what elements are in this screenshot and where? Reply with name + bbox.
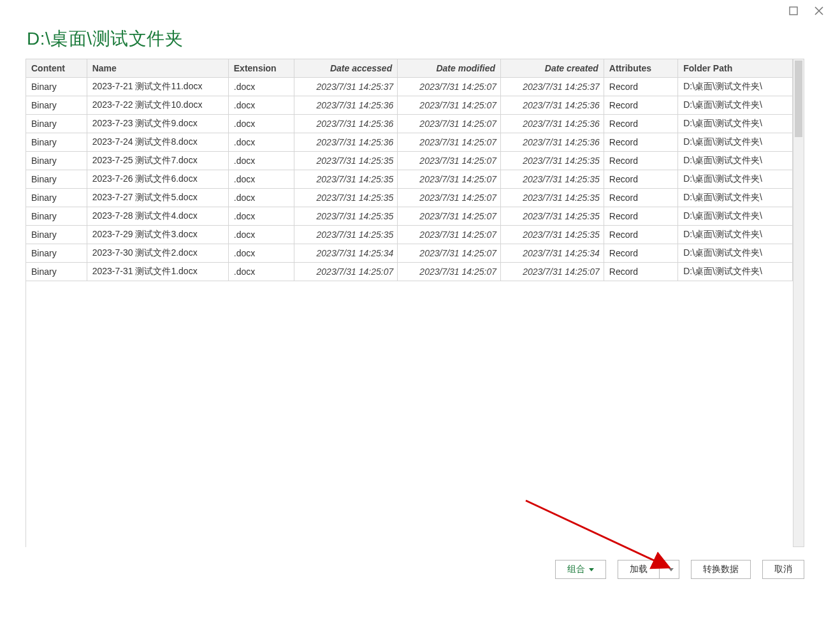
cell-name: 2023-7-31 测试文件1.docx: [87, 263, 228, 281]
cell-date-modified: 2023/7/31 14:25:07: [398, 133, 501, 152]
cell-name: 2023-7-22 测试文件10.docx: [87, 96, 228, 115]
vertical-scrollbar[interactable]: [793, 59, 804, 547]
table-row[interactable]: Binary2023-7-29 测试文件3.docx.docx2023/7/31…: [26, 226, 793, 244]
cell-folder-path: D:\桌面\测试文件夹\: [678, 244, 793, 263]
col-content[interactable]: Content: [26, 59, 87, 78]
dialog-window: D:\桌面\测试文件夹 Content Name Extension Date …: [0, 0, 840, 630]
cell-name: 2023-7-27 测试文件5.docx: [87, 189, 228, 207]
cell-attributes: Record: [604, 133, 677, 152]
cell-content: Binary: [26, 152, 87, 170]
folder-path-title: D:\桌面\测试文件夹: [27, 27, 183, 51]
cell-folder-path: D:\桌面\测试文件夹\: [678, 263, 793, 281]
table-row[interactable]: Binary2023-7-21 测试文件11.docx.docx2023/7/3…: [26, 78, 793, 96]
cell-content: Binary: [26, 226, 87, 244]
table-row[interactable]: Binary2023-7-23 测试文件9.docx.docx2023/7/31…: [26, 115, 793, 133]
cell-attributes: Record: [604, 244, 677, 263]
cell-date-created: 2023/7/31 14:25:36: [501, 133, 604, 152]
cell-name: 2023-7-23 测试文件9.docx: [87, 115, 228, 133]
col-date-modified[interactable]: Date modified: [398, 59, 501, 78]
cell-folder-path: D:\桌面\测试文件夹\: [678, 189, 793, 207]
cell-name: 2023-7-29 测试文件3.docx: [87, 226, 228, 244]
col-date-accessed[interactable]: Date accessed: [294, 59, 398, 78]
load-button[interactable]: 加载: [618, 560, 659, 579]
cell-folder-path: D:\桌面\测试文件夹\: [678, 152, 793, 170]
cell-date-accessed: 2023/7/31 14:25:36: [294, 96, 398, 115]
cell-extension: .docx: [228, 244, 294, 263]
transform-data-button[interactable]: 转换数据: [691, 560, 751, 579]
cell-date-accessed: 2023/7/31 14:25:35: [294, 226, 398, 244]
cell-date-modified: 2023/7/31 14:25:07: [398, 263, 501, 281]
cell-content: Binary: [26, 207, 87, 226]
cell-date-modified: 2023/7/31 14:25:07: [398, 207, 501, 226]
combine-button[interactable]: 组合: [555, 560, 606, 579]
load-dropdown-button[interactable]: [659, 560, 679, 579]
cell-attributes: Record: [604, 96, 677, 115]
cell-extension: .docx: [228, 170, 294, 189]
cell-date-created: 2023/7/31 14:25:36: [501, 96, 604, 115]
col-extension[interactable]: Extension: [228, 59, 294, 78]
cell-date-modified: 2023/7/31 14:25:07: [398, 78, 501, 96]
table-row[interactable]: Binary2023-7-22 测试文件10.docx.docx2023/7/3…: [26, 96, 793, 115]
cell-extension: .docx: [228, 189, 294, 207]
cell-content: Binary: [26, 244, 87, 263]
table-row[interactable]: Binary2023-7-26 测试文件6.docx.docx2023/7/31…: [26, 170, 793, 189]
cell-date-created: 2023/7/31 14:25:07: [501, 263, 604, 281]
cell-folder-path: D:\桌面\测试文件夹\: [678, 133, 793, 152]
maximize-button[interactable]: [788, 5, 799, 17]
cell-date-accessed: 2023/7/31 14:25:07: [294, 263, 398, 281]
load-label: 加载: [630, 564, 648, 575]
cell-content: Binary: [26, 133, 87, 152]
cell-content: Binary: [26, 78, 87, 96]
cell-content: Binary: [26, 170, 87, 189]
table-row[interactable]: Binary2023-7-25 测试文件7.docx.docx2023/7/31…: [26, 152, 793, 170]
cell-date-created: 2023/7/31 14:25:37: [501, 78, 604, 96]
cell-folder-path: D:\桌面\测试文件夹\: [678, 207, 793, 226]
close-button[interactable]: [813, 5, 825, 17]
chevron-down-icon: [669, 568, 674, 571]
cell-date-modified: 2023/7/31 14:25:07: [398, 226, 501, 244]
combine-label: 组合: [567, 564, 585, 575]
cell-attributes: Record: [604, 115, 677, 133]
col-attributes[interactable]: Attributes: [604, 59, 677, 78]
scrollbar-thumb[interactable]: [795, 61, 802, 137]
table-row[interactable]: Binary2023-7-27 测试文件5.docx.docx2023/7/31…: [26, 189, 793, 207]
cell-content: Binary: [26, 189, 87, 207]
table-row[interactable]: Binary2023-7-30 测试文件2.docx.docx2023/7/31…: [26, 244, 793, 263]
cell-name: 2023-7-24 测试文件8.docx: [87, 133, 228, 152]
cell-extension: .docx: [228, 78, 294, 96]
cell-name: 2023-7-30 测试文件2.docx: [87, 244, 228, 263]
cell-folder-path: D:\桌面\测试文件夹\: [678, 226, 793, 244]
cell-date-modified: 2023/7/31 14:25:07: [398, 244, 501, 263]
cell-extension: .docx: [228, 96, 294, 115]
cell-content: Binary: [26, 115, 87, 133]
cell-date-created: 2023/7/31 14:25:35: [501, 189, 604, 207]
cell-date-accessed: 2023/7/31 14:25:34: [294, 244, 398, 263]
cell-extension: .docx: [228, 226, 294, 244]
cell-attributes: Record: [604, 226, 677, 244]
titlebar: [788, 0, 840, 22]
cell-date-created: 2023/7/31 14:25:35: [501, 152, 604, 170]
cell-date-modified: 2023/7/31 14:25:07: [398, 189, 501, 207]
cell-extension: .docx: [228, 263, 294, 281]
cell-date-accessed: 2023/7/31 14:25:35: [294, 170, 398, 189]
cell-date-accessed: 2023/7/31 14:25:35: [294, 189, 398, 207]
cell-date-accessed: 2023/7/31 14:25:36: [294, 133, 398, 152]
table-row[interactable]: Binary2023-7-28 测试文件4.docx.docx2023/7/31…: [26, 207, 793, 226]
cell-name: 2023-7-28 测试文件4.docx: [87, 207, 228, 226]
col-name[interactable]: Name: [87, 59, 228, 78]
cell-name: 2023-7-21 测试文件11.docx: [87, 78, 228, 96]
cell-date-modified: 2023/7/31 14:25:07: [398, 152, 501, 170]
cell-date-accessed: 2023/7/31 14:25:37: [294, 78, 398, 96]
cell-folder-path: D:\桌面\测试文件夹\: [678, 96, 793, 115]
cell-date-created: 2023/7/31 14:25:35: [501, 170, 604, 189]
cell-date-created: 2023/7/31 14:25:34: [501, 244, 604, 263]
preview-table: Content Name Extension Date accessed Dat…: [25, 59, 793, 547]
svg-rect-0: [790, 7, 797, 15]
col-folder-path[interactable]: Folder Path: [678, 59, 793, 78]
cell-attributes: Record: [604, 78, 677, 96]
cell-date-modified: 2023/7/31 14:25:07: [398, 170, 501, 189]
col-date-created[interactable]: Date created: [501, 59, 604, 78]
cancel-button[interactable]: 取消: [762, 560, 804, 579]
table-row[interactable]: Binary2023-7-24 测试文件8.docx.docx2023/7/31…: [26, 133, 793, 152]
table-row[interactable]: Binary2023-7-31 测试文件1.docx.docx2023/7/31…: [26, 263, 793, 281]
